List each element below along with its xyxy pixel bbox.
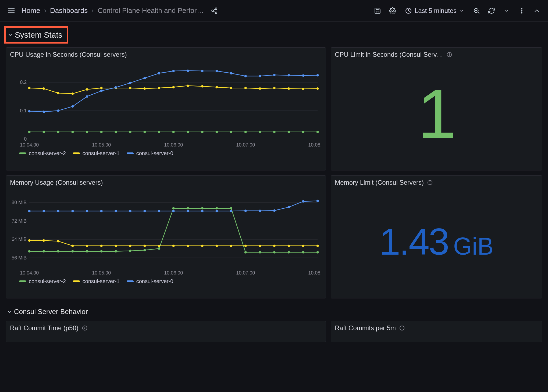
legend-label: consul-server-0: [136, 150, 173, 156]
breadcrumb-home[interactable]: Home: [22, 6, 40, 15]
legend-item[interactable]: consul-server-1: [73, 150, 120, 156]
breadcrumb-current: Control Plane Health and Perfor…: [98, 6, 204, 15]
save-button[interactable]: [371, 4, 384, 17]
svg-point-89: [316, 74, 319, 76]
svg-point-41: [230, 131, 232, 133]
panel-info-button[interactable]: [446, 52, 452, 58]
refresh-interval-button[interactable]: [500, 4, 513, 17]
refresh-button[interactable]: [485, 4, 498, 17]
menu-button[interactable]: [5, 4, 18, 17]
panel-title: CPU Usage in Seconds (Consul servers): [10, 51, 127, 58]
svg-point-130: [71, 245, 74, 247]
row-header-consul-behavior[interactable]: Consul Server Behavior: [6, 303, 542, 321]
svg-point-35: [143, 131, 146, 133]
svg-point-88: [302, 74, 304, 77]
legend-item[interactable]: consul-server-2: [19, 278, 66, 284]
row-header-system-stats[interactable]: System Stats: [4, 26, 68, 44]
svg-point-40: [215, 131, 218, 133]
svg-point-133: [115, 245, 117, 247]
svg-point-37: [172, 131, 175, 133]
info-icon: [446, 52, 452, 58]
panel-raft-commits-5m[interactable]: Raft Commits per 5m: [331, 321, 542, 342]
panel-mem-limit[interactable]: Memory Limit (Consul Servers) 1.43 GiB: [331, 175, 542, 298]
svg-point-14: [521, 10, 522, 11]
more-vertical-icon: [518, 7, 525, 14]
svg-point-121: [244, 251, 247, 254]
stat-body: 1.43 GiB: [335, 188, 538, 295]
collapse-button[interactable]: [530, 4, 543, 17]
settings-button[interactable]: [386, 4, 399, 17]
chevron-down-icon: [7, 309, 12, 314]
time-range-picker[interactable]: Last 5 minutes: [401, 4, 468, 17]
svg-point-131: [86, 245, 88, 247]
svg-point-140: [215, 245, 218, 247]
svg-text:10:06:00: 10:06:00: [164, 142, 183, 148]
chevron-down-icon: [504, 8, 509, 13]
panel-cpu-limit[interactable]: CPU Limit in Seconds (Consul Serv… 1: [331, 47, 542, 170]
stat-value: 1.43 GiB: [379, 223, 494, 261]
svg-point-15: [521, 12, 522, 13]
panel-info-button[interactable]: [427, 180, 433, 186]
time-range-label: Last 5 minutes: [415, 7, 457, 15]
svg-point-34: [129, 131, 131, 133]
svg-text:80 MiB: 80 MiB: [12, 200, 27, 205]
svg-point-166: [287, 206, 290, 208]
svg-text:0: 0: [24, 136, 27, 142]
svg-point-71: [57, 109, 59, 112]
legend-swatch: [127, 280, 134, 282]
svg-text:10:05:00: 10:05:00: [92, 270, 111, 276]
panel-title: Raft Commits per 5m: [335, 324, 396, 332]
chevron-down-icon: [459, 8, 464, 13]
svg-point-106: [28, 250, 31, 252]
svg-point-165: [273, 209, 276, 212]
zoom-out-button[interactable]: [470, 4, 483, 17]
topbar: Home › Dashboards › Control Plane Health…: [0, 0, 548, 22]
more-button[interactable]: [515, 4, 528, 17]
breadcrumb-dashboards[interactable]: Dashboards: [50, 6, 88, 15]
svg-point-39: [201, 131, 204, 133]
svg-text:64 MiB: 64 MiB: [12, 237, 27, 242]
panel-raft-commit-time[interactable]: Raft Commit Time (p50): [6, 321, 326, 342]
panel-title: Memory Usage (Consul servers): [10, 179, 103, 186]
row-title: Consul Server Behavior: [14, 308, 88, 316]
svg-text:10:05:00: 10:05:00: [92, 142, 111, 148]
legend-item[interactable]: consul-server-0: [127, 150, 173, 156]
legend-item[interactable]: consul-server-0: [127, 278, 173, 284]
svg-point-126: [316, 251, 319, 254]
legend-item[interactable]: consul-server-1: [73, 278, 120, 284]
svg-point-158: [172, 210, 175, 212]
svg-point-73: [86, 95, 88, 98]
svg-point-174: [84, 327, 85, 327]
svg-point-38: [187, 131, 189, 133]
legend-swatch: [127, 152, 134, 154]
mem-usage-chart[interactable]: 56 MiB64 MiB72 MiB80 MiB10:04:0010:05:00…: [10, 188, 322, 277]
svg-point-70: [42, 111, 45, 113]
svg-text:10:04:00: 10:04:00: [20, 270, 39, 276]
chart-body: 00.10.210:04:0010:05:0010:06:0010:07:001…: [10, 60, 322, 168]
share-button[interactable]: [208, 4, 221, 17]
svg-point-58: [172, 86, 175, 88]
panel-mem-usage[interactable]: Memory Usage (Consul servers) 56 MiB64 M…: [6, 175, 326, 298]
svg-text:10:08:00: 10:08:00: [308, 270, 322, 276]
svg-point-60: [201, 85, 204, 87]
cpu-usage-chart[interactable]: 00.10.210:04:0010:05:0010:06:0010:07:001…: [10, 60, 322, 149]
svg-point-142: [244, 245, 247, 247]
svg-point-48: [28, 87, 31, 89]
gear-icon: [389, 7, 396, 14]
panel-cpu-usage[interactable]: CPU Usage in Seconds (Consul servers) 00…: [6, 47, 326, 170]
legend-label: consul-server-1: [83, 150, 120, 156]
zoom-out-icon: [473, 7, 480, 14]
panel-info-button[interactable]: [399, 325, 405, 331]
legend-item[interactable]: consul-server-2: [19, 150, 66, 156]
svg-point-75: [115, 86, 117, 89]
panel-info-button[interactable]: [82, 325, 88, 331]
svg-point-164: [259, 210, 261, 212]
svg-point-112: [115, 250, 117, 252]
svg-point-45: [287, 131, 290, 133]
svg-point-128: [42, 239, 45, 242]
legend-swatch: [19, 280, 26, 282]
svg-line-6: [213, 9, 215, 10]
svg-point-124: [287, 251, 290, 254]
svg-point-49: [42, 87, 45, 90]
svg-point-161: [215, 210, 218, 212]
